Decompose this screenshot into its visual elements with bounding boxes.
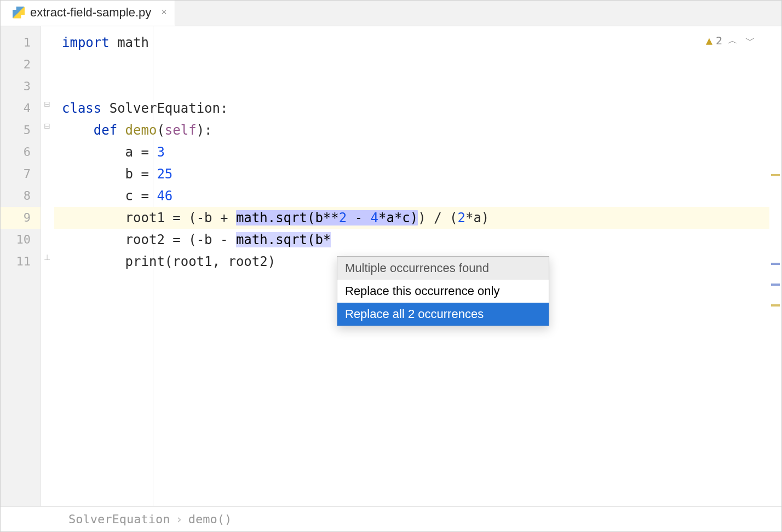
editor: 1 2 3 4 5 6 7 8 9 10 11 ⊟ ⊟ ⊥ import mat… [1, 26, 781, 506]
code-line-highlighted: root1 = (-b + math.sqrt(b**2 - 4*a*c)) /… [54, 207, 769, 229]
chevron-down-icon[interactable]: ﹀ [743, 34, 757, 47]
code-line: def demo(self): [54, 119, 769, 141]
line-number-gutter: 1 2 3 4 5 6 7 8 9 10 11 [1, 26, 41, 506]
tab-bar: extract-field-sample.py × [1, 1, 781, 26]
breadcrumb-method[interactable]: demo() [188, 512, 232, 526]
occurrences-popup: Multiple occurrences found Replace this … [337, 256, 549, 326]
inspection-count: 2 [716, 34, 722, 47]
code-line [54, 76, 769, 97]
code-line [54, 54, 769, 76]
popup-item-replace-all[interactable]: Replace all 2 occurrences [337, 303, 549, 326]
warning-marker[interactable] [771, 304, 780, 307]
popup-title: Multiple occurrences found [337, 257, 549, 280]
line-number: 9 [1, 207, 41, 229]
line-number: 4 [1, 97, 41, 119]
line-number: 5 [1, 119, 41, 141]
fold-marker-icon[interactable]: ⊟ [42, 99, 52, 109]
marker-stripe [769, 26, 781, 506]
line-number: 1 [1, 32, 41, 54]
chevron-up-icon[interactable]: ︿ [726, 34, 740, 47]
code-line: root2 = (-b - math.sqrt(b* [54, 229, 769, 251]
line-number: 10 [1, 229, 41, 251]
occurrence-marker[interactable] [771, 284, 780, 286]
line-number: 7 [1, 163, 41, 185]
python-file-icon [13, 7, 25, 19]
code-line: import math [54, 32, 769, 54]
code-line: class SolverEquation: [54, 97, 769, 119]
fold-end-marker-icon[interactable]: ⊥ [42, 252, 52, 262]
breadcrumb-separator-icon: › [175, 512, 182, 526]
code-line: c = 46 [54, 185, 769, 207]
warning-icon[interactable]: ▲ [706, 34, 712, 47]
warning-marker[interactable] [771, 174, 780, 176]
line-number: 2 [1, 54, 41, 76]
breadcrumb: SolverEquation › demo() [1, 506, 781, 531]
inspection-widget: ▲ 2 ︿ ﹀ [706, 34, 757, 47]
fold-column: ⊟ ⊟ ⊥ [41, 26, 54, 506]
line-number: 3 [1, 76, 41, 97]
editor-tab[interactable]: extract-field-sample.py × [1, 1, 175, 26]
occurrence-marker[interactable] [771, 263, 780, 265]
tab-filename: extract-field-sample.py [30, 5, 151, 20]
breadcrumb-class[interactable]: SolverEquation [68, 512, 170, 526]
close-tab-icon[interactable]: × [161, 7, 167, 18]
popup-item-replace-this[interactable]: Replace this occurrence only [337, 280, 549, 303]
fold-marker-icon[interactable]: ⊟ [42, 121, 52, 131]
line-number: 8 [1, 185, 41, 207]
code-line: a = 3 [54, 141, 769, 163]
line-number: 6 [1, 141, 41, 163]
code-line: b = 25 [54, 163, 769, 185]
line-number: 11 [1, 251, 41, 273]
